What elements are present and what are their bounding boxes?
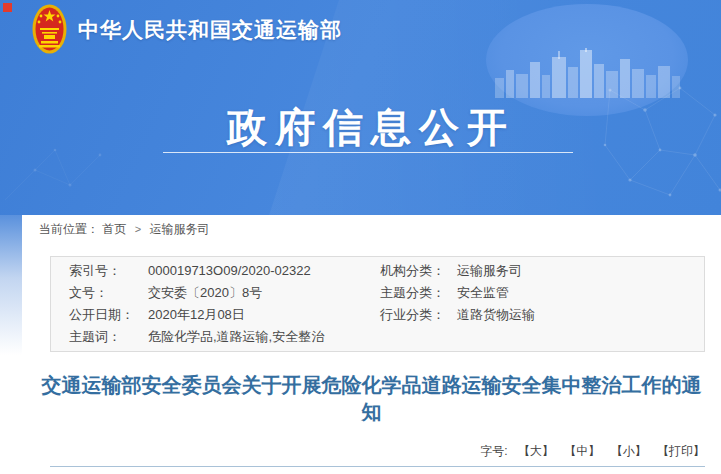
meta-value: 危险化学品,道路运输,安全整治 [148, 328, 324, 346]
document-title-line: 交通运输部安全委员会关于开展危险化学品道路运输安全集中整治工作的通 [22, 372, 721, 399]
table-row: 索引号： 000019713O09/2020-02322 机构分类： 运输服务司 [51, 262, 704, 280]
font-large-button[interactable]: 【大】 [518, 444, 554, 458]
meta-label: 公开日期： [51, 306, 148, 324]
table-row: 公开日期： 2020年12月08日 行业分类： 道路货物运输 [51, 306, 704, 324]
breadcrumb-label: 当前位置： [39, 222, 99, 236]
table-row: 主题词： 危险化学品,道路运输,安全整治 [51, 328, 704, 346]
breadcrumb-home-link[interactable]: 首页 [102, 222, 126, 236]
meta-value: 000019713O09/2020-02322 [148, 262, 311, 280]
meta-value: 运输服务司 [457, 262, 522, 280]
document-title-line: 知 [22, 399, 721, 426]
content-panel: 当前位置： 首页 > 运输服务司 索引号： 000019713O09/2020-… [22, 215, 721, 474]
banner: 中华人民共和国交通运输部 政府信息公开 [0, 0, 721, 215]
constellation-pattern-icon [600, 70, 721, 215]
china-national-emblem-icon [32, 4, 67, 54]
font-small-button[interactable]: 【小】 [611, 444, 647, 458]
breadcrumb-separator: > [135, 223, 141, 235]
site-name: 中华人民共和国交通运输部 [78, 16, 342, 44]
meta-label: 行业分类： [380, 306, 457, 324]
constellation-pattern-left-icon [0, 140, 110, 215]
print-button[interactable]: 【打印】 [657, 444, 705, 458]
font-medium-button[interactable]: 【中】 [564, 444, 600, 458]
meta-value: 交安委〔2020〕8号 [148, 284, 262, 302]
left-gradient-sliver [0, 215, 22, 355]
font-size-label: 字号: [480, 444, 507, 458]
meta-label: 机构分类： [380, 262, 457, 280]
meta-label: 主题分类： [380, 284, 457, 302]
corner-red-chip [3, 3, 12, 12]
page-title-underline [163, 152, 573, 153]
meta-label: 索引号： [51, 262, 148, 280]
font-size-toolbar: 字号: 【大】 【中】 【小】 【打印】 [480, 443, 705, 460]
bottom-divider [50, 466, 705, 467]
meta-value: 道路货物运输 [457, 306, 535, 324]
meta-label [380, 328, 457, 346]
document-meta-table: 索引号： 000019713O09/2020-02322 机构分类： 运输服务司… [50, 256, 705, 352]
meta-value: 2020年12月08日 [148, 306, 245, 324]
table-row: 文号： 交安委〔2020〕8号 主题分类： 安全监管 [51, 284, 704, 302]
page-title: 政府信息公开 [227, 100, 515, 155]
breadcrumb: 当前位置： 首页 > 运输服务司 [39, 221, 209, 238]
breadcrumb-section-link[interactable]: 运输服务司 [149, 222, 209, 236]
meta-value: 安全监管 [457, 284, 509, 302]
document-title: 交通运输部安全委员会关于开展危险化学品道路运输安全集中整治工作的通 知 [22, 372, 721, 426]
meta-label: 主题词： [51, 328, 148, 346]
meta-label: 文号： [51, 284, 148, 302]
